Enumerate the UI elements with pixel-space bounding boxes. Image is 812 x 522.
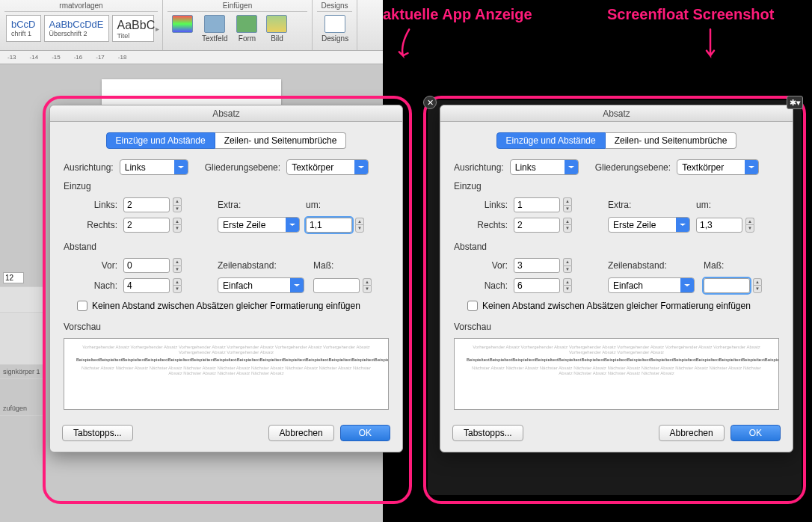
no-space-label: Keinen Abstand zwischen Absätzen gleiche… bbox=[482, 301, 751, 311]
dialog-title: Absatz bbox=[440, 105, 793, 122]
stepper-icon[interactable]: ▲▼ bbox=[563, 218, 572, 233]
spacing-section-label: Abstand bbox=[454, 242, 779, 252]
extra-select[interactable]: Erste Zeile bbox=[218, 217, 300, 233]
stepper-icon[interactable]: ▲▼ bbox=[563, 258, 572, 273]
outline-level-select[interactable]: Textkörper bbox=[677, 159, 759, 175]
line-spacing-label: Zeilenabstand: bbox=[218, 260, 277, 271]
style-heading2[interactable]: AaBbCcDdEÜberschrift 2 bbox=[44, 15, 109, 42]
alignment-select[interactable]: Links bbox=[120, 159, 188, 175]
um-label: um: bbox=[306, 200, 321, 210]
ribbon-colors-icon[interactable] bbox=[167, 13, 197, 44]
dropdown-arrow-icon bbox=[565, 160, 578, 174]
measure-label: Maß: bbox=[704, 260, 724, 271]
arrow-left-icon bbox=[395, 27, 417, 64]
style-heading1[interactable]: bCcDchrift 1 bbox=[6, 15, 41, 42]
ribbon-section-designs: Designs bbox=[317, 1, 352, 12]
indent-right-label: Rechts: bbox=[454, 220, 508, 230]
annotation-left-label: aktuelle App Anzeige bbox=[383, 6, 532, 23]
preview-box: Vorhergehender Absatz Vorhergehender Abs… bbox=[64, 338, 389, 410]
ruler: -13-14-15-16-17-18 bbox=[0, 51, 383, 64]
arrow-right-icon bbox=[703, 27, 718, 64]
before-label: Vor: bbox=[64, 260, 117, 271]
ribbon-bild[interactable]: Bild bbox=[262, 13, 292, 44]
cancel-button[interactable]: Abbrechen bbox=[268, 425, 334, 441]
line-spacing-label: Zeilenabstand: bbox=[608, 260, 667, 271]
tab-indent-spacing[interactable]: Einzüge und Abstände bbox=[106, 132, 215, 149]
style-scroll-icon[interactable]: ▸ bbox=[156, 13, 159, 43]
dropdown-arrow-icon bbox=[286, 218, 299, 232]
before-label: Vor: bbox=[454, 260, 508, 271]
sidebar-add-link[interactable]: zufügen bbox=[0, 402, 45, 416]
indent-left-label: Links: bbox=[454, 200, 508, 210]
after-input[interactable] bbox=[514, 278, 560, 293]
dropdown-arrow-icon bbox=[290, 278, 304, 292]
indent-left-input[interactable] bbox=[514, 197, 560, 212]
alignment-select[interactable]: Links bbox=[510, 159, 579, 175]
indent-right-input[interactable] bbox=[514, 218, 560, 233]
extra-label: Extra: bbox=[218, 200, 241, 210]
measure-input[interactable] bbox=[313, 278, 360, 293]
tabstops-button[interactable]: Tabstopps... bbox=[452, 425, 523, 441]
um-label: um: bbox=[696, 200, 711, 210]
tab-pagebreaks[interactable]: Zeilen- und Seitenumbrüche bbox=[606, 132, 737, 149]
tab-pagebreaks[interactable]: Zeilen- und Seitenumbrüche bbox=[215, 132, 347, 149]
ribbon-section-insert: Einfügen bbox=[167, 1, 307, 12]
screenfloat-close-button[interactable]: ✕ bbox=[423, 96, 437, 109]
style-title[interactable]: AaBbCTitel bbox=[112, 15, 154, 42]
no-space-checkbox[interactable] bbox=[77, 301, 87, 311]
outline-level-select[interactable]: Textkörper bbox=[286, 159, 369, 175]
indent-right-input[interactable] bbox=[123, 218, 170, 233]
dropdown-arrow-icon bbox=[174, 160, 188, 174]
dialog-tabs: Einzüge und AbständeZeilen- und Seitenum… bbox=[64, 132, 389, 149]
after-label: Nach: bbox=[454, 280, 508, 291]
preview-box: Vorhergehender Absatz Vorhergehender Abs… bbox=[454, 338, 779, 410]
tabstops-button[interactable]: Tabstopps... bbox=[62, 425, 133, 441]
ribbon-form[interactable]: Form bbox=[232, 13, 262, 44]
no-space-checkbox[interactable] bbox=[467, 301, 478, 311]
before-input[interactable] bbox=[123, 258, 170, 273]
dropdown-arrow-icon bbox=[676, 218, 689, 232]
dialog-title: Absatz bbox=[50, 105, 402, 122]
extra-label: Extra: bbox=[608, 200, 631, 210]
preview-label: Vorschau bbox=[454, 322, 779, 332]
um-input[interactable] bbox=[306, 218, 352, 233]
indent-section-label: Einzug bbox=[64, 181, 389, 191]
ribbon-textfeld[interactable]: Textfeld bbox=[197, 13, 232, 44]
ribbon-designs[interactable]: Designs bbox=[317, 13, 353, 44]
extra-select[interactable]: Erste Zeile bbox=[608, 217, 690, 233]
before-input[interactable] bbox=[514, 258, 560, 273]
dropdown-arrow-icon bbox=[680, 278, 694, 292]
alignment-label: Ausrichtung: bbox=[454, 162, 504, 173]
um-input[interactable] bbox=[696, 218, 742, 233]
outline-level-label: Gliederungsebene: bbox=[205, 162, 280, 173]
after-label: Nach: bbox=[64, 280, 117, 291]
indent-section-label: Einzug bbox=[454, 181, 779, 191]
ok-button[interactable]: OK bbox=[731, 425, 781, 441]
measure-label: Maß: bbox=[313, 260, 333, 271]
stepper-icon[interactable]: ▲▼ bbox=[563, 278, 572, 293]
ok-button[interactable]: OK bbox=[340, 425, 390, 441]
stepper-icon[interactable]: ▲▼ bbox=[355, 218, 364, 233]
left-sidebar: signkörper 1 zufügen bbox=[0, 269, 45, 416]
stepper-icon[interactable]: ▲▼ bbox=[363, 278, 372, 293]
stepper-icon[interactable]: ▲▼ bbox=[745, 218, 754, 233]
indent-left-input[interactable] bbox=[123, 197, 170, 212]
outline-level-label: Gliederungsebene: bbox=[595, 162, 671, 173]
line-spacing-select[interactable]: Einfach bbox=[608, 277, 695, 293]
stepper-icon[interactable]: ▲▼ bbox=[173, 218, 182, 233]
stepper-icon[interactable]: ▲▼ bbox=[173, 278, 182, 293]
ribbon: rmatvorlagen bCcDchrift 1 AaBbCcDdEÜbers… bbox=[0, 0, 383, 51]
cancel-button[interactable]: Abbrechen bbox=[659, 425, 725, 441]
tab-indent-spacing[interactable]: Einzüge und Abstände bbox=[496, 132, 606, 149]
stepper-icon[interactable]: ▲▼ bbox=[173, 258, 182, 273]
stepper-icon[interactable]: ▲▼ bbox=[753, 278, 762, 293]
paragraph-dialog-left: Absatz Einzüge und AbständeZeilen- und S… bbox=[49, 105, 403, 452]
stepper-icon[interactable]: ▲▼ bbox=[563, 197, 572, 212]
after-input[interactable] bbox=[123, 278, 170, 293]
font-size-input[interactable] bbox=[3, 272, 24, 283]
measure-input[interactable] bbox=[704, 278, 750, 293]
paragraph-dialog-right: Absatz Einzüge und AbständeZeilen- und S… bbox=[440, 105, 793, 452]
screenfloat-gear-button[interactable]: ✱▾ bbox=[787, 96, 803, 109]
stepper-icon[interactable]: ▲▼ bbox=[173, 197, 182, 212]
line-spacing-select[interactable]: Einfach bbox=[218, 277, 304, 293]
